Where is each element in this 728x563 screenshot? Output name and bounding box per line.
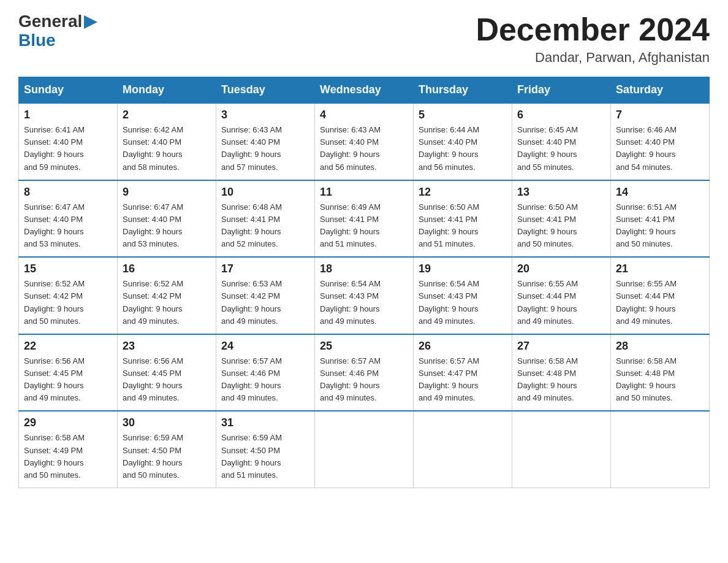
calendar-cell: 27Sunrise: 6:58 AMSunset: 4:48 PMDayligh… (512, 334, 611, 412)
weekday-header-tuesday: Tuesday (216, 77, 315, 104)
day-number: 31 (221, 416, 309, 429)
calendar-cell: 20Sunrise: 6:55 AMSunset: 4:44 PMDayligh… (512, 257, 611, 334)
calendar-cell: 5Sunrise: 6:44 AMSunset: 4:40 PMDaylight… (414, 103, 512, 180)
calendar-cell: 12Sunrise: 6:50 AMSunset: 4:41 PMDayligh… (414, 180, 512, 258)
day-info: Sunrise: 6:59 AMSunset: 4:50 PMDaylight:… (221, 433, 282, 479)
calendar-cell: 3Sunrise: 6:43 AMSunset: 4:40 PMDaylight… (216, 103, 315, 180)
weekday-header-friday: Friday (512, 77, 611, 104)
day-info: Sunrise: 6:42 AMSunset: 4:40 PMDaylight:… (123, 125, 183, 171)
day-number: 12 (419, 186, 507, 199)
day-number: 27 (517, 340, 605, 353)
calendar-cell: 23Sunrise: 6:56 AMSunset: 4:45 PMDayligh… (118, 334, 216, 412)
day-info: Sunrise: 6:54 AMSunset: 4:43 PMDaylight:… (419, 279, 479, 325)
day-info: Sunrise: 6:55 AMSunset: 4:44 PMDaylight:… (616, 279, 677, 325)
calendar-cell (414, 411, 512, 488)
day-number: 19 (419, 262, 507, 275)
weekday-header-saturday: Saturday (611, 77, 710, 104)
day-number: 8 (24, 186, 112, 199)
day-number: 23 (123, 340, 211, 353)
calendar-cell: 19Sunrise: 6:54 AMSunset: 4:43 PMDayligh… (414, 257, 512, 334)
day-number: 25 (320, 340, 408, 353)
day-number: 20 (517, 262, 605, 275)
month-year-title: December 2024 (476, 12, 710, 47)
calendar-cell: 10Sunrise: 6:48 AMSunset: 4:41 PMDayligh… (216, 180, 315, 258)
day-number: 9 (123, 186, 211, 199)
calendar-cell: 14Sunrise: 6:51 AMSunset: 4:41 PMDayligh… (611, 180, 710, 258)
day-number: 22 (24, 340, 112, 353)
title-block: December 2024 Dandar, Parwan, Afghanista… (476, 12, 710, 66)
weekday-header-thursday: Thursday (414, 77, 512, 104)
calendar-cell: 17Sunrise: 6:53 AMSunset: 4:42 PMDayligh… (216, 257, 315, 334)
weekday-header-sunday: Sunday (19, 77, 118, 104)
weekday-header-wednesday: Wednesday (315, 77, 414, 104)
day-info: Sunrise: 6:48 AMSunset: 4:41 PMDaylight:… (221, 202, 282, 248)
day-number: 26 (419, 340, 507, 353)
calendar-cell: 2Sunrise: 6:42 AMSunset: 4:40 PMDaylight… (118, 103, 216, 180)
calendar-cell: 18Sunrise: 6:54 AMSunset: 4:43 PMDayligh… (315, 257, 414, 334)
logo-blue-text: Blue (18, 31, 56, 50)
day-number: 6 (517, 109, 605, 121)
calendar-cell (512, 411, 611, 488)
day-info: Sunrise: 6:54 AMSunset: 4:43 PMDaylight:… (320, 279, 381, 325)
calendar-week-row: 29Sunrise: 6:58 AMSunset: 4:49 PMDayligh… (19, 411, 710, 488)
page-header: General Blue December 2024 Dandar, Parwa… (18, 12, 710, 66)
calendar-cell (315, 411, 414, 488)
weekday-header-monday: Monday (118, 77, 216, 104)
day-number: 15 (24, 262, 112, 275)
day-info: Sunrise: 6:45 AMSunset: 4:40 PMDaylight:… (517, 125, 578, 171)
calendar-cell: 25Sunrise: 6:57 AMSunset: 4:46 PMDayligh… (315, 334, 414, 412)
calendar-cell: 6Sunrise: 6:45 AMSunset: 4:40 PMDaylight… (512, 103, 611, 180)
day-number: 10 (221, 186, 309, 199)
day-number: 28 (616, 340, 704, 353)
day-info: Sunrise: 6:59 AMSunset: 4:50 PMDaylight:… (123, 433, 183, 479)
calendar-cell: 15Sunrise: 6:52 AMSunset: 4:42 PMDayligh… (19, 257, 118, 334)
calendar-cell: 26Sunrise: 6:57 AMSunset: 4:47 PMDayligh… (414, 334, 512, 412)
calendar-cell (611, 411, 710, 488)
day-info: Sunrise: 6:53 AMSunset: 4:42 PMDaylight:… (221, 279, 282, 325)
day-number: 4 (320, 109, 408, 121)
day-info: Sunrise: 6:52 AMSunset: 4:42 PMDaylight:… (24, 279, 85, 325)
day-info: Sunrise: 6:57 AMSunset: 4:46 PMDaylight:… (320, 356, 381, 402)
day-info: Sunrise: 6:52 AMSunset: 4:42 PMDaylight:… (123, 279, 183, 325)
day-number: 2 (123, 109, 211, 121)
day-number: 5 (419, 109, 507, 121)
calendar-week-row: 8Sunrise: 6:47 AMSunset: 4:40 PMDaylight… (19, 180, 710, 258)
day-info: Sunrise: 6:57 AMSunset: 4:47 PMDaylight:… (419, 356, 479, 402)
calendar-cell: 24Sunrise: 6:57 AMSunset: 4:46 PMDayligh… (216, 334, 315, 412)
day-info: Sunrise: 6:41 AMSunset: 4:40 PMDaylight:… (24, 125, 85, 171)
day-number: 21 (616, 262, 704, 275)
calendar-cell: 28Sunrise: 6:58 AMSunset: 4:48 PMDayligh… (611, 334, 710, 412)
weekday-header-row: SundayMondayTuesdayWednesdayThursdayFrid… (19, 77, 710, 104)
calendar-cell: 9Sunrise: 6:47 AMSunset: 4:40 PMDaylight… (118, 180, 216, 258)
day-info: Sunrise: 6:58 AMSunset: 4:48 PMDaylight:… (616, 356, 677, 402)
day-number: 18 (320, 262, 408, 275)
day-info: Sunrise: 6:50 AMSunset: 4:41 PMDaylight:… (517, 202, 578, 248)
svg-marker-0 (84, 15, 97, 29)
day-info: Sunrise: 6:56 AMSunset: 4:45 PMDaylight:… (24, 356, 85, 402)
calendar-cell: 13Sunrise: 6:50 AMSunset: 4:41 PMDayligh… (512, 180, 611, 258)
day-info: Sunrise: 6:47 AMSunset: 4:40 PMDaylight:… (123, 202, 183, 248)
day-info: Sunrise: 6:51 AMSunset: 4:41 PMDaylight:… (616, 202, 677, 248)
calendar-cell: 31Sunrise: 6:59 AMSunset: 4:50 PMDayligh… (216, 411, 315, 488)
day-info: Sunrise: 6:49 AMSunset: 4:41 PMDaylight:… (320, 202, 381, 248)
calendar-cell: 1Sunrise: 6:41 AMSunset: 4:40 PMDaylight… (19, 103, 118, 180)
day-info: Sunrise: 6:57 AMSunset: 4:46 PMDaylight:… (221, 356, 282, 402)
day-info: Sunrise: 6:58 AMSunset: 4:48 PMDaylight:… (517, 356, 578, 402)
day-info: Sunrise: 6:56 AMSunset: 4:45 PMDaylight:… (123, 356, 183, 402)
logo: General Blue (18, 12, 97, 50)
calendar-cell: 16Sunrise: 6:52 AMSunset: 4:42 PMDayligh… (118, 257, 216, 334)
calendar-cell: 29Sunrise: 6:58 AMSunset: 4:49 PMDayligh… (19, 411, 118, 488)
day-info: Sunrise: 6:46 AMSunset: 4:40 PMDaylight:… (616, 125, 677, 171)
calendar-cell: 11Sunrise: 6:49 AMSunset: 4:41 PMDayligh… (315, 180, 414, 258)
day-info: Sunrise: 6:43 AMSunset: 4:40 PMDaylight:… (221, 125, 282, 171)
day-number: 24 (221, 340, 309, 353)
day-info: Sunrise: 6:50 AMSunset: 4:41 PMDaylight:… (419, 202, 479, 248)
calendar-cell: 4Sunrise: 6:43 AMSunset: 4:40 PMDaylight… (315, 103, 414, 180)
logo-arrow-icon (84, 15, 97, 29)
calendar-cell: 7Sunrise: 6:46 AMSunset: 4:40 PMDaylight… (611, 103, 710, 180)
calendar-cell: 22Sunrise: 6:56 AMSunset: 4:45 PMDayligh… (19, 334, 118, 412)
day-info: Sunrise: 6:44 AMSunset: 4:40 PMDaylight:… (419, 125, 479, 171)
calendar-week-row: 1Sunrise: 6:41 AMSunset: 4:40 PMDaylight… (19, 103, 710, 180)
calendar-week-row: 22Sunrise: 6:56 AMSunset: 4:45 PMDayligh… (19, 334, 710, 412)
day-number: 3 (221, 109, 309, 121)
